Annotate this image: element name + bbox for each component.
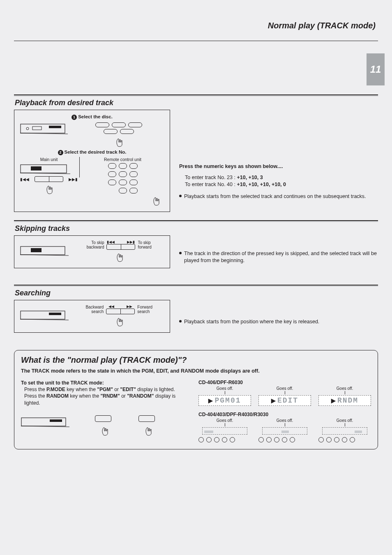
fast-forward-icon: ▶▶: [127, 304, 132, 309]
cd-player-illustration: [21, 415, 70, 429]
goes-off-label: Goes off.: [318, 418, 371, 423]
display-bar-pgm: [202, 427, 247, 435]
step-2-text: Select the desired track No.: [65, 150, 127, 154]
cd-player-illustration: [20, 122, 69, 136]
step-2-label: 2Select the desired track No.: [20, 150, 164, 155]
page-number: 11: [370, 64, 381, 75]
searching-diagram: Backward search ◀◀▶▶ Forward search: [14, 300, 170, 333]
svg-rect-12: [49, 313, 61, 315]
display-bar-edit: [262, 427, 307, 435]
searching-note: Playback starts from the position where …: [184, 318, 319, 325]
set-mode-heading: To set the unit to the TRACK mode:: [21, 380, 187, 386]
bullet-icon: [179, 252, 182, 254]
svg-rect-9: [31, 248, 42, 252]
forward-search-label: Forward search: [137, 305, 164, 314]
remote-unit-label: Remote control unit: [81, 157, 164, 162]
svg-rect-3: [32, 127, 42, 130]
skip-back-icon: ▮◀◀: [20, 177, 29, 182]
goes-off-label: Goes off.: [258, 418, 311, 423]
section-rule: [14, 285, 378, 286]
goes-off-label: Goes off.: [318, 386, 371, 391]
goes-off-label: Goes off.: [198, 386, 251, 391]
skipping-note: The track in the direction of the presse…: [184, 250, 378, 264]
cd-player-illustration: [20, 309, 69, 322]
display-rndm: ▶RNDM: [318, 395, 371, 406]
section-title-playback: Playback from desired track: [15, 99, 378, 107]
model-b-heading: CD-404/403/DPF-R4030/R3030: [198, 412, 371, 417]
example-track-23: To enter track No. 23 : +10, +10, 3: [185, 174, 378, 181]
finger-press-icon: [114, 136, 124, 147]
page-number-badge: 11: [367, 53, 385, 85]
skip-forward-icon: ▶▶▮: [69, 177, 78, 182]
playback-diagram: 1Select the disc.: [14, 110, 170, 212]
info-title: What is the "normal play (TRACK mode)"?: [21, 355, 371, 365]
display-bar-rndm: [322, 427, 367, 435]
main-unit-label: Main unit: [20, 157, 78, 162]
goes-off-label: Goes off.: [258, 386, 311, 391]
skip-rocker-button[interactable]: [106, 244, 135, 250]
track-rocker-button[interactable]: [35, 176, 63, 182]
track-mode-info-card: What is the "normal play (TRACK mode)"? …: [14, 350, 378, 449]
set-mode-line-1: Press the P.MODE key when the "PGM" or "…: [21, 386, 187, 393]
skip-forward-label: To skip forward: [138, 240, 164, 249]
svg-point-2: [26, 127, 29, 130]
model-a-heading: CD-406/DPF-R6030: [198, 380, 371, 385]
svg-rect-8: [21, 246, 65, 255]
svg-rect-0: [21, 124, 65, 133]
skip-back-icon: ▮◀◀: [107, 240, 115, 244]
skipping-diagram: To skip backward ▮◀◀▶▶▮ To skip forward: [14, 235, 170, 268]
example-track-40: To enter track No. 40 : +10, +10, +10, +…: [185, 181, 378, 188]
skip-forward-icon: ▶▶▮: [127, 240, 135, 244]
finger-press-icon: [114, 315, 124, 327]
set-mode-line-2: Press the RANDOM key when the "RNDM" or …: [21, 393, 187, 406]
svg-rect-5: [21, 165, 67, 173]
info-subtitle: The TRACK mode refers to the state in wh…: [21, 368, 371, 374]
svg-rect-6: [31, 166, 42, 170]
finger-press-icon: [143, 424, 153, 436]
skip-backward-label: To skip backward: [74, 240, 104, 249]
display-edit: ▶EDIT: [258, 395, 311, 406]
random-button[interactable]: [138, 415, 155, 422]
bullet-icon: [179, 195, 182, 197]
pmode-button[interactable]: [95, 415, 111, 422]
bullet-icon: [179, 320, 182, 322]
cd-player-illustration: [20, 244, 69, 258]
finger-press-icon: [44, 183, 54, 194]
section-title-skipping: Skipping tracks: [15, 224, 378, 233]
page-header: Normal play (TRACK mode): [14, 12, 378, 41]
playback-note: Playback starts from the selected track …: [184, 193, 366, 200]
search-rocker-button[interactable]: [106, 309, 135, 314]
section-rule: [14, 94, 378, 96]
section-title-searching: Searching: [15, 289, 378, 297]
goes-off-label: Goes off.: [198, 418, 251, 423]
numeric-keys-heading: Press the numeric keys as shown below...…: [179, 163, 378, 170]
finger-press-icon: [114, 251, 124, 262]
svg-rect-15: [50, 419, 62, 422]
section-rule: [14, 220, 378, 222]
backward-search-label: Backward search: [74, 305, 104, 314]
step-1-label: 1Select the disc.: [20, 114, 164, 120]
finger-press-icon: [99, 424, 109, 436]
rewind-icon: ◀◀: [108, 304, 114, 309]
svg-rect-1: [49, 126, 61, 128]
cd-player-illustration-2: [20, 163, 74, 175]
step-1-text: Select the disc.: [78, 114, 113, 119]
finger-press-icon: [151, 194, 161, 206]
display-pgm: ▶PGM01: [198, 395, 251, 406]
numeric-keypad[interactable]: [81, 163, 164, 193]
page-title: Normal play (TRACK mode): [268, 21, 378, 30]
